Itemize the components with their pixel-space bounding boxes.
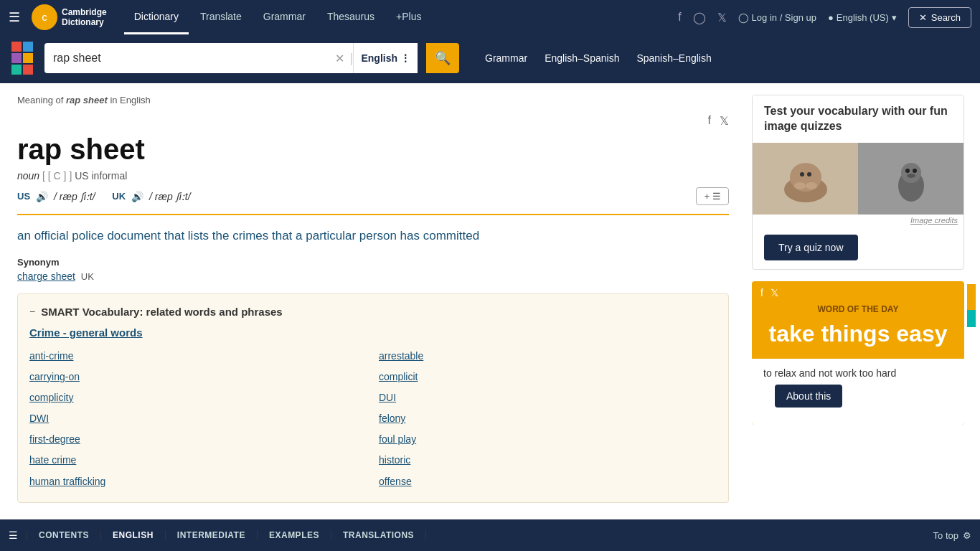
content-area: Meaning of rap sheet in English f 𝕏 rap … [0,83,746,520]
vocab-grid: anti-crime arrestable carrying-on compli… [29,347,717,491]
login-button[interactable]: ◯ Log in / Sign up [738,12,816,23]
uk-pron: / ræp ʃiːt/ [149,191,190,202]
quiz-card: Test your vocabulary with our fun image … [752,95,964,270]
search-go-button[interactable]: 🔍 [426,43,459,73]
facebook-share-icon[interactable]: f [708,114,711,128]
list-icon: ☰ [712,191,721,202]
category-link[interactable]: Crime - general words [29,326,717,339]
us-pron: / ræp ʃiːt/ [54,191,95,202]
share-row: f 𝕏 [17,114,729,128]
breadcrumb: Meaning of rap sheet in English [17,95,729,105]
close-icon: ✕ [919,12,927,23]
more-icon: ⋮ [400,52,410,64]
svg-point-11 [907,174,915,178]
vocab-dui[interactable]: DUI [379,389,717,407]
vocab-anti-crime[interactable]: anti-crime [29,347,367,365]
uk-label: UK [112,191,126,202]
nav-dictionary[interactable]: Dictionary [124,1,189,34]
plus-icon: + [704,191,710,202]
synonym-word[interactable]: charge sheet [17,270,75,282]
vocab-human-trafficking[interactable]: human trafficking [29,473,367,491]
bottom-nav: ☰ Contents English Intermediate Examples… [0,519,980,520]
svg-point-9 [905,169,910,173]
svg-point-10 [913,169,917,173]
chevron-down-icon: ▾ [892,12,897,23]
vocab-first-degree[interactable]: first-degree [29,430,367,448]
twitter-share-icon[interactable]: 𝕏 [720,114,729,128]
top-nav: ☰ C Cambridge Dictionary Dictionary Tran… [0,0,980,34]
us-speaker-icon[interactable]: 🔊 [36,191,48,202]
language-selector[interactable]: ● English (US) ▾ [828,12,897,23]
quiz-images [753,143,963,215]
social-icons: f ◯ 𝕏 ◯ Log in / Sign up ● English (US) … [678,7,971,28]
synonym-label: Synonym [17,257,729,268]
wotd-twitter-icon[interactable]: 𝕏 [771,287,778,298]
vocab-felony[interactable]: felony [379,410,717,428]
wotd-definition-area: to relax and not work too hard About thi… [752,359,964,425]
quiz-title: Test your vocabulary with our fun image … [764,104,952,134]
nav-translate[interactable]: Translate [190,1,252,34]
strip-teal [967,310,976,327]
vocab-carrying-on[interactable]: carrying-on [29,368,367,386]
quick-link-en-es[interactable]: English–Spanish [545,52,619,64]
colorblock-logo [11,42,33,75]
vocab-arrestable[interactable]: arrestable [379,347,717,365]
logo-text: Cambridge Dictionary [62,7,107,28]
synonym-region: UK [81,271,94,282]
person-icon: ◯ [738,12,749,23]
quiz-header: Test your vocabulary with our fun image … [753,95,963,143]
quick-link-grammar[interactable]: Grammar [485,52,527,64]
search-input-wrapper: ✕ | English ⋮ [44,43,418,73]
logo-icon: C [32,4,57,30]
search-input[interactable] [44,52,329,65]
globe-icon: ● [828,12,834,23]
svg-point-8 [901,163,921,183]
svg-text:C: C [42,14,47,22]
definition: an official police document that lists t… [17,227,729,245]
clear-search-button[interactable]: ✕ [329,52,350,65]
quick-link-es-en[interactable]: Spanish–English [636,52,711,64]
nav-grammar[interactable]: Grammar [253,1,316,34]
add-to-list-button[interactable]: + ☰ [696,187,729,205]
search-button[interactable]: ✕ Search [908,7,971,28]
quiz-button[interactable]: Try a quiz now [764,235,858,260]
nav-thesaurus[interactable]: Thesaurus [317,1,385,34]
logo-area: C Cambridge Dictionary [32,4,107,30]
svg-point-5 [800,172,804,176]
twitter-icon[interactable]: 𝕏 [717,11,727,24]
quick-links: Grammar English–Spanish Spanish–English [485,52,712,64]
svg-point-4 [806,182,817,189]
sidebar: Test your vocabulary with our fun image … [746,83,976,520]
wotd-facebook-icon[interactable]: f [760,287,763,298]
vocab-offense[interactable]: offense [379,473,717,491]
menu-icon[interactable]: ☰ [9,9,20,25]
nav-plus[interactable]: +Plus [386,1,431,34]
uk-speaker-icon[interactable]: 🔊 [131,191,143,202]
quiz-image-seal [858,143,963,215]
quiz-image-hippo [753,143,858,215]
vocab-foul-play[interactable]: foul play [379,430,717,448]
strip-orange [967,284,976,310]
vocab-complicity[interactable]: complicity [29,389,367,407]
facebook-icon[interactable]: f [678,11,681,24]
vocab-hate-crime[interactable]: hate crime [29,451,367,469]
word-pos: noun [ [ C ] ] US informal [17,170,729,182]
word-title: rap sheet [17,133,729,166]
vocab-complicit[interactable]: complicit [379,368,717,386]
smart-vocab-section: − SMART Vocabulary: related words and ph… [17,293,729,503]
wotd-definition-text: to relax and not work too hard [763,367,953,379]
image-credits[interactable]: Image credits [753,215,963,226]
svg-point-3 [794,182,806,189]
us-label: US [17,191,30,202]
wotd-label: WORD OF THE DAY [752,304,964,317]
vocab-dwi[interactable]: DWI [29,410,367,428]
vocab-historic[interactable]: historic [379,451,717,469]
instagram-icon[interactable]: ◯ [693,11,706,24]
collapse-button[interactable]: − [29,306,35,317]
search-icon: 🔍 [435,50,451,66]
main-layout: Meaning of rap sheet in English f 𝕏 rap … [0,83,980,520]
language-dropdown[interactable]: English ⋮ [353,43,418,73]
smart-vocab-header: − SMART Vocabulary: related words and ph… [29,306,717,318]
about-wotd-button[interactable]: About this [775,385,842,408]
wotd-word: take things easy [752,317,964,359]
